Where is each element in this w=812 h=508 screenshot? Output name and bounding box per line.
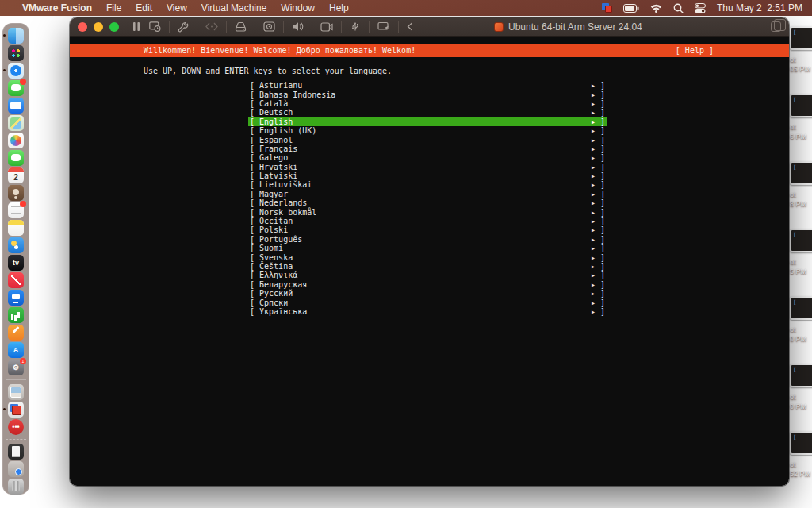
language-option-13[interactable]: [ Magyar ▸ ] [248,190,607,198]
language-option-10[interactable]: [ Hrvatski ▸ ] [248,163,607,171]
language-option-26[interactable]: [ Українська ▸ ] [248,307,607,316]
disk-icon[interactable] [235,21,247,32]
menu-item-help[interactable]: Help [329,2,349,13]
dock-icon-notes[interactable] [8,220,24,236]
dock-icon-pages[interactable] [8,325,24,341]
language-list: [ Asturianu ▸ ] [ Bahasa Indonesia ▸ ] [… [248,81,607,316]
language-option-17[interactable]: [ Polski ▸ ] [248,225,607,234]
search-icon[interactable] [673,3,684,13]
desktop-file-icon[interactable]: [ot6 PM [790,94,812,141]
dock-icon-document[interactable] [8,444,24,460]
language-option-5-selected[interactable]: [ English ▸ ] [248,117,607,126]
code-arrows-icon[interactable] [205,22,218,31]
file-label: ot6 PM [790,122,812,141]
dock-icon-tv[interactable]: tv [8,255,24,271]
installer-terminal[interactable]: Willkommen! Bienvenue! Welcome! Добро по… [70,37,789,486]
sound-icon[interactable] [292,21,304,32]
display-share-icon[interactable] [377,21,390,32]
language-option-22[interactable]: [ Ελληνικά ▸ ] [248,271,607,279]
battery-icon[interactable] [623,4,639,13]
language-option-9[interactable]: [ Galego ▸ ] [248,153,607,162]
language-option-4[interactable]: [ Deutsch ▸ ] [248,108,607,117]
window-titlebar[interactable]: Ubuntu 64-bit Arm Server 24.04 [70,17,789,37]
minimize-window-button[interactable] [94,22,103,32]
dock-icon-finder[interactable] [8,28,24,44]
snapshots-icon[interactable] [149,21,161,32]
language-option-15[interactable]: [ Norsk bokmål ▸ ] [248,207,607,216]
dock-icon-red-dots[interactable]: ••• [8,419,24,435]
settings-wrench-icon[interactable] [178,21,189,33]
dock-icon-news[interactable] [8,272,24,288]
close-window-button[interactable] [78,22,87,32]
wifi-icon[interactable] [650,4,662,13]
dock-icon-launchpad[interactable] [8,45,24,61]
desktop-file-icon[interactable]: [ot05 PM [790,26,812,74]
dock-icon-weather[interactable] [8,237,24,253]
language-option-21[interactable]: [ Čeština ▸ ] [248,262,607,271]
language-option-24[interactable]: [ Русский ▸ ] [248,289,607,298]
camera-icon[interactable] [320,22,333,32]
language-option-2[interactable]: [ Bahasa Indonesia ▸ ] [248,90,607,98]
language-option-11[interactable]: [ Latviski ▸ ] [248,171,607,180]
notification-badge [20,79,26,85]
dock-icon-reminders[interactable] [8,202,24,218]
desktop-file-icon[interactable]: [ot5 PM [790,229,812,276]
suspend-icon[interactable] [132,21,141,32]
dock-icon-trash[interactable] [8,479,24,495]
dock-icon-messages[interactable] [8,80,24,96]
desktop: { "menu_bar": { "apple_logo": "", "app_n… [0,0,812,508]
menu-item-window[interactable]: Window [281,2,315,13]
dock-icon-calendar[interactable]: 2 [8,167,24,183]
dock-icon-minimized-window[interactable] [8,461,24,477]
desktop-file-icon[interactable]: [ot0 PM [790,296,812,344]
dock-icon-numbers[interactable] [8,307,24,323]
dock-icon-appstore[interactable]: A [8,342,24,358]
language-option-23[interactable]: [ Беларуская ▸ ] [248,280,607,289]
language-option-7[interactable]: [ Español ▸ ] [248,135,607,144]
dock-icon-safari[interactable] [8,63,24,79]
desktop-file-icon[interactable]: [ot0 PM [790,364,812,411]
dock-icon-maps[interactable] [8,115,24,131]
language-option-16[interactable]: [ Occitan ▸ ] [248,217,607,225]
menu-item-edit[interactable]: Edit [136,2,152,13]
language-option-6[interactable]: [ English (UK) ▸ ] [248,126,607,135]
menu-bar-clock[interactable]: Thu May 2 2:51 PM [717,2,802,13]
installer-banner: Willkommen! Bienvenue! Welcome! Добро по… [70,44,789,57]
language-option-20[interactable]: [ Svenska ▸ ] [248,252,607,261]
file-thumbnail: [ [790,229,812,252]
cdrom-icon[interactable] [263,21,275,32]
help-button[interactable]: [ Help ] [676,46,714,55]
desktop-file-icon[interactable]: [ot52 PM [790,431,812,479]
menu-item-virtual-machine[interactable]: Virtual Machine [201,2,267,13]
menu-item-view[interactable]: View [167,2,187,13]
language-option-19[interactable]: [ Suomi ▸ ] [248,244,607,252]
file-thumbnail: [ [790,296,812,320]
language-option-18[interactable]: [ Português ▸ ] [248,235,607,244]
dock-icon-keynote[interactable] [8,290,24,306]
zoom-window-button[interactable] [109,22,119,32]
banner-welcome-text: Willkommen! Bienvenue! Welcome! Добро по… [144,46,416,55]
language-option-14[interactable]: [ Nederlands ▸ ] [248,198,607,207]
language-option-12[interactable]: [ Lietuviškai ▸ ] [248,180,607,189]
dock-icon-facetime[interactable] [8,150,24,166]
dock-icon-desktop-stack[interactable] [8,384,24,400]
control-center-icon[interactable] [695,3,706,13]
window-layers-icon[interactable] [771,21,781,32]
desktop-file-icon[interactable]: [ot8 PM [790,161,812,209]
usb-icon[interactable] [350,21,361,32]
dock-icon-photos[interactable] [8,133,24,148]
app-menu-title[interactable]: VMware Fusion [22,2,92,13]
language-option-3[interactable]: [ Català ▸ ] [248,99,607,108]
dock-icon-settings[interactable]: ⚙1 [8,360,24,375]
vmware-status-icon[interactable] [602,3,612,13]
dock-icon-vmware-fusion[interactable] [8,402,24,418]
language-option-8[interactable]: [ Français ▸ ] [248,144,607,153]
dock-icon-mail[interactable] [8,98,24,114]
menu-bar: VMware Fusion FileEditViewVirtual Machin… [0,0,812,16]
dock-icon-contacts[interactable] [8,185,24,201]
collapse-chevron-icon[interactable] [407,22,413,31]
menu-item-file[interactable]: File [106,2,121,13]
language-option-1[interactable]: [ Asturianu ▸ ] [248,81,607,90]
notification-badge [20,201,26,207]
language-option-25[interactable]: [ Српски ▸ ] [248,298,607,306]
